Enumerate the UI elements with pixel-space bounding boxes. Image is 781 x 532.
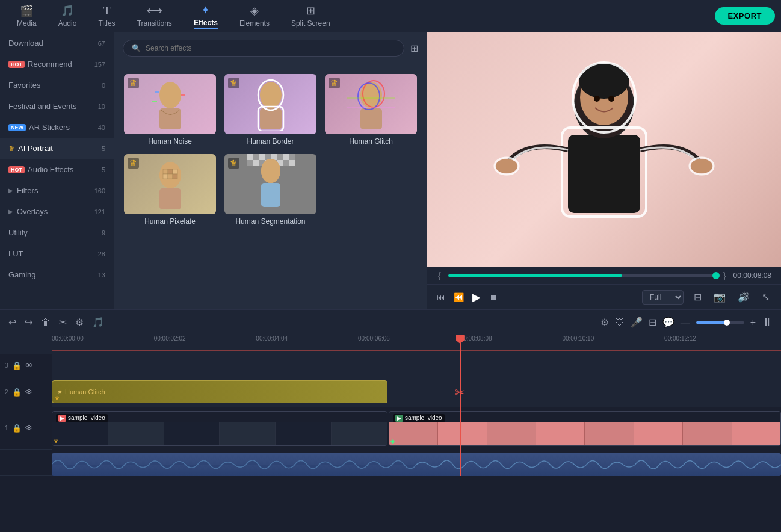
frame-back-button[interactable]: ⏪ [454, 292, 464, 302]
track-lock-2[interactable]: 🔒 [12, 388, 22, 397]
timeline-caption-btn[interactable]: 💬 [662, 317, 674, 328]
main-area: Download 67 HOT Recommend 157 Favorites … [0, 32, 781, 309]
effect-card-human-pixelate[interactable]: ♛ Human Pixelate [124, 154, 216, 226]
sidebar-item-download[interactable]: Download 67 [0, 32, 114, 54]
video-clip-1-frames [52, 422, 387, 446]
effect-clip-crown-row: ♛ [52, 395, 387, 401]
track-eye-1[interactable]: 👁 [25, 424, 33, 433]
frame-5 [276, 422, 332, 446]
nav-effects[interactable]: ✦ Effects [183, 0, 229, 32]
video-clip-2-name: sample_video [405, 415, 442, 421]
effects-search-box[interactable]: 🔍 [123, 40, 404, 57]
sidebar-item-utility[interactable]: Utility 9 [0, 222, 114, 243]
sidebar-item-lut[interactable]: LUT 28 [0, 243, 114, 264]
audio-edit-button[interactable]: 🎵 [92, 317, 104, 328]
sidebar-download-count: 67 [98, 40, 105, 47]
fullscreen-icon[interactable]: ⤡ [760, 289, 771, 305]
sidebar-lut-count: 28 [98, 250, 105, 258]
preview-video-area [427, 32, 781, 267]
zoom-select[interactable]: Full 50% 75% 125% [642, 290, 684, 305]
bracket-right[interactable]: } [722, 271, 727, 280]
svg-point-0 [159, 82, 181, 108]
zoom-in-button[interactable]: + [750, 317, 756, 328]
export-button[interactable]: EXPORT [715, 7, 775, 25]
timeline-tracks: 3 🔒 👁 2 🔒 👁 ★ Human Glitch [0, 354, 781, 532]
nav-split-screen[interactable]: ⊞ Split Screen [280, 1, 341, 31]
effect-card-human-glitch[interactable]: ♛ Human Glitch [325, 74, 417, 146]
effect-card-human-segmentation[interactable]: ♛ Human Segmentation [224, 154, 316, 226]
zoom-slider[interactable] [696, 321, 744, 324]
sidebar-overlays-count: 121 [94, 208, 105, 215]
sidebar-lut-label: LUT [8, 249, 23, 258]
undo-button[interactable]: ↩ [8, 317, 16, 328]
bracket-left[interactable]: { [437, 271, 442, 280]
effect-label-human-border: Human Border [224, 137, 316, 146]
nav-transitions-label: Transitions [137, 19, 172, 28]
preview-subject-svg [490, 57, 718, 243]
sidebar-item-recommend[interactable]: HOT Recommend 157 [0, 54, 114, 75]
frame-4 [220, 422, 276, 446]
effect-thumb-human-pixelate: ♛ [124, 154, 216, 214]
sidebar-item-favorites[interactable]: Favorites 0 [0, 75, 114, 96]
nav-elements[interactable]: ◈ Elements [229, 1, 280, 31]
ruler-content: 00:00:00:00 00:00:02:02 00:00:04:04 00:0… [52, 335, 781, 354]
ruler-mark-2: 00:00:04:04 [256, 335, 288, 342]
progress-bar[interactable] [448, 274, 716, 277]
effect-clip-human-glitch[interactable]: ★ Human Glitch ♛ [52, 380, 387, 403]
step-back-button[interactable]: ⏮ [437, 292, 445, 302]
ruler-mark-1: 00:00:02:02 [154, 335, 186, 342]
split-screen-icon: ⊞ [306, 4, 315, 17]
video-clip-2[interactable]: ▶ sample_video ◆ [389, 411, 781, 446]
search-input[interactable] [146, 44, 395, 52]
adjust-button[interactable]: ⚙ [75, 317, 84, 328]
sidebar-item-ar-stickers[interactable]: NEW AR Stickers 40 [0, 117, 114, 138]
sidebar-filters-label: Filters [17, 186, 38, 195]
redo-button[interactable]: ↪ [25, 317, 32, 328]
sidebar-item-overlays[interactable]: ▶ Overlays 121 [0, 201, 114, 222]
nav-elements-label: Elements [239, 19, 270, 28]
sidebar-item-ai-portrait[interactable]: ♛ AI Portrait 5 [0, 138, 114, 159]
screen-layout-icon[interactable]: ⊟ [692, 289, 703, 305]
timeline-settings-btn[interactable]: ⚙ [600, 317, 609, 328]
play-button[interactable]: ▶ [472, 291, 481, 304]
nav-titles[interactable]: T Titles [87, 1, 126, 31]
timeline-mic-btn[interactable]: 🎤 [631, 317, 643, 328]
track-eye-3[interactable]: 👁 [25, 361, 33, 370]
video-clip-1[interactable]: ▶ sample_video ♛ [52, 411, 387, 446]
ruler-mark-4: 00:00:08:08 [460, 335, 492, 342]
effects-grid-panel: 🔍 ⊞ [114, 32, 427, 309]
frame-6 [332, 422, 387, 446]
zoom-slider-dot [724, 320, 730, 326]
stop-button[interactable]: ⏹ [489, 292, 498, 302]
effect-card-human-border[interactable]: ♛ Human Border [224, 74, 316, 146]
timeline-pause-button[interactable]: ⏸ [762, 316, 773, 329]
nav-audio-label: Audio [58, 19, 77, 28]
sidebar-item-filters[interactable]: ▶ Filters 160 [0, 180, 114, 201]
chevron-overlays: ▶ [8, 208, 13, 215]
delete-button[interactable]: 🗑 [41, 317, 51, 328]
nav-media[interactable]: 🎬 Media [6, 1, 48, 31]
sidebar-item-festival[interactable]: Festival and Events 10 [0, 96, 114, 117]
svg-rect-19 [173, 169, 177, 174]
track-lock-1[interactable]: 🔒 [12, 424, 22, 433]
sidebar-item-gaming[interactable]: Gaming 13 [0, 264, 114, 285]
nav-transitions[interactable]: ⟷ Transitions [126, 1, 183, 31]
sidebar-item-audio-effects[interactable]: HOT Audio Effects 5 [0, 159, 114, 180]
track-content-audio [52, 450, 781, 476]
screenshot-icon[interactable]: 📷 [712, 289, 727, 305]
volume-icon[interactable]: 🔊 [736, 289, 752, 305]
grid-view-icon[interactable]: ⊞ [410, 43, 418, 54]
track-eye-2[interactable]: 👁 [25, 388, 33, 397]
elements-icon: ◈ [250, 4, 259, 17]
svg-rect-30 [289, 154, 295, 160]
track-row-audio [0, 450, 781, 476]
timeline-track-btn[interactable]: ⊟ [649, 317, 656, 328]
cut-button[interactable]: ✂ [59, 317, 67, 328]
effects-sidebar: Download 67 HOT Recommend 157 Favorites … [0, 32, 114, 309]
timeline-shield-btn[interactable]: 🛡 [615, 317, 625, 328]
effect-card-human-noise[interactable]: ♛ Human Noise [124, 74, 216, 146]
sidebar-download-label: Download [8, 39, 43, 48]
nav-audio[interactable]: 🎵 Audio [48, 1, 88, 31]
track-lock-3[interactable]: 🔒 [12, 361, 22, 370]
zoom-out-button[interactable]: — [681, 317, 690, 328]
